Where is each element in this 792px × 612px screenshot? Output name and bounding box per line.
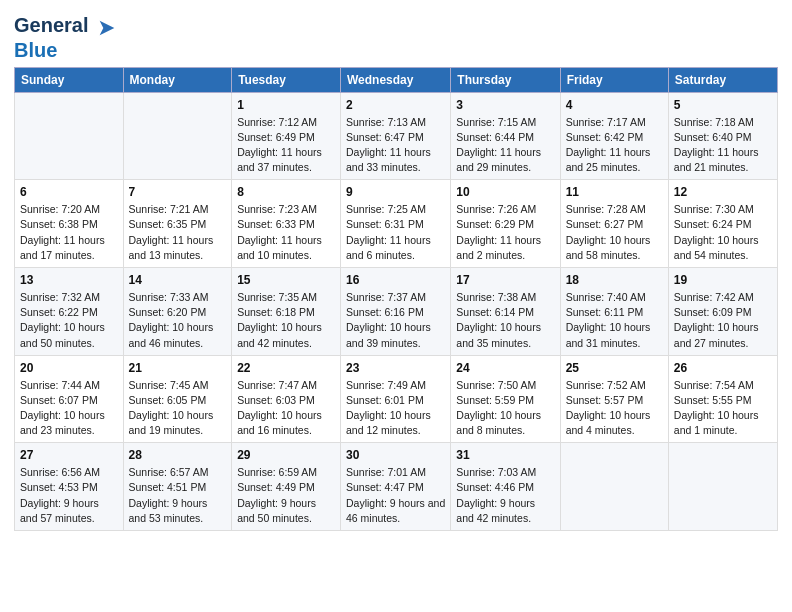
day-number: 15 <box>237 272 335 289</box>
calendar-week-row: 27Sunrise: 6:56 AM Sunset: 4:53 PM Dayli… <box>15 443 778 531</box>
day-number: 20 <box>20 360 118 377</box>
calendar-day-header: Sunday <box>15 67 124 92</box>
day-info: Sunrise: 7:50 AM Sunset: 5:59 PM Dayligh… <box>456 378 554 439</box>
calendar-cell: 19Sunrise: 7:42 AM Sunset: 6:09 PM Dayli… <box>668 268 777 356</box>
calendar-week-row: 6Sunrise: 7:20 AM Sunset: 6:38 PM Daylig… <box>15 180 778 268</box>
day-number: 7 <box>129 184 227 201</box>
calendar-cell: 28Sunrise: 6:57 AM Sunset: 4:51 PM Dayli… <box>123 443 232 531</box>
day-info: Sunrise: 7:15 AM Sunset: 6:44 PM Dayligh… <box>456 115 554 176</box>
calendar-cell <box>668 443 777 531</box>
day-number: 18 <box>566 272 663 289</box>
calendar-day-header: Saturday <box>668 67 777 92</box>
day-number: 21 <box>129 360 227 377</box>
day-number: 11 <box>566 184 663 201</box>
day-info: Sunrise: 7:30 AM Sunset: 6:24 PM Dayligh… <box>674 202 772 263</box>
day-number: 19 <box>674 272 772 289</box>
day-number: 28 <box>129 447 227 464</box>
day-number: 9 <box>346 184 445 201</box>
day-number: 13 <box>20 272 118 289</box>
day-info: Sunrise: 7:32 AM Sunset: 6:22 PM Dayligh… <box>20 290 118 351</box>
calendar-cell: 16Sunrise: 7:37 AM Sunset: 6:16 PM Dayli… <box>341 268 451 356</box>
calendar-day-header: Monday <box>123 67 232 92</box>
logo: General Blue <box>14 14 118 61</box>
calendar-cell: 12Sunrise: 7:30 AM Sunset: 6:24 PM Dayli… <box>668 180 777 268</box>
logo-icon <box>96 17 118 39</box>
day-number: 29 <box>237 447 335 464</box>
day-number: 5 <box>674 97 772 114</box>
day-number: 16 <box>346 272 445 289</box>
calendar-cell: 10Sunrise: 7:26 AM Sunset: 6:29 PM Dayli… <box>451 180 560 268</box>
calendar-cell: 8Sunrise: 7:23 AM Sunset: 6:33 PM Daylig… <box>232 180 341 268</box>
day-info: Sunrise: 7:13 AM Sunset: 6:47 PM Dayligh… <box>346 115 445 176</box>
calendar-table: SundayMondayTuesdayWednesdayThursdayFrid… <box>14 67 778 531</box>
calendar-cell: 3Sunrise: 7:15 AM Sunset: 6:44 PM Daylig… <box>451 92 560 180</box>
calendar-cell: 6Sunrise: 7:20 AM Sunset: 6:38 PM Daylig… <box>15 180 124 268</box>
calendar-day-header: Friday <box>560 67 668 92</box>
calendar-cell: 4Sunrise: 7:17 AM Sunset: 6:42 PM Daylig… <box>560 92 668 180</box>
day-info: Sunrise: 7:01 AM Sunset: 4:47 PM Dayligh… <box>346 465 445 526</box>
calendar-cell: 2Sunrise: 7:13 AM Sunset: 6:47 PM Daylig… <box>341 92 451 180</box>
day-info: Sunrise: 7:18 AM Sunset: 6:40 PM Dayligh… <box>674 115 772 176</box>
calendar-week-row: 20Sunrise: 7:44 AM Sunset: 6:07 PM Dayli… <box>15 355 778 443</box>
day-info: Sunrise: 7:42 AM Sunset: 6:09 PM Dayligh… <box>674 290 772 351</box>
svg-marker-0 <box>100 20 115 35</box>
day-info: Sunrise: 7:35 AM Sunset: 6:18 PM Dayligh… <box>237 290 335 351</box>
day-number: 25 <box>566 360 663 377</box>
day-number: 31 <box>456 447 554 464</box>
day-number: 24 <box>456 360 554 377</box>
logo-blue: Blue <box>14 39 57 61</box>
calendar-week-row: 13Sunrise: 7:32 AM Sunset: 6:22 PM Dayli… <box>15 268 778 356</box>
logo-general: General <box>14 14 88 36</box>
calendar-day-header: Tuesday <box>232 67 341 92</box>
calendar-cell: 31Sunrise: 7:03 AM Sunset: 4:46 PM Dayli… <box>451 443 560 531</box>
header: General Blue <box>14 10 778 61</box>
day-info: Sunrise: 7:38 AM Sunset: 6:14 PM Dayligh… <box>456 290 554 351</box>
day-info: Sunrise: 7:20 AM Sunset: 6:38 PM Dayligh… <box>20 202 118 263</box>
day-number: 26 <box>674 360 772 377</box>
day-number: 12 <box>674 184 772 201</box>
calendar-cell: 25Sunrise: 7:52 AM Sunset: 5:57 PM Dayli… <box>560 355 668 443</box>
day-number: 22 <box>237 360 335 377</box>
calendar-cell: 23Sunrise: 7:49 AM Sunset: 6:01 PM Dayli… <box>341 355 451 443</box>
calendar-header-row: SundayMondayTuesdayWednesdayThursdayFrid… <box>15 67 778 92</box>
calendar-cell: 26Sunrise: 7:54 AM Sunset: 5:55 PM Dayli… <box>668 355 777 443</box>
day-info: Sunrise: 7:44 AM Sunset: 6:07 PM Dayligh… <box>20 378 118 439</box>
day-number: 23 <box>346 360 445 377</box>
day-info: Sunrise: 6:59 AM Sunset: 4:49 PM Dayligh… <box>237 465 335 526</box>
calendar-cell: 22Sunrise: 7:47 AM Sunset: 6:03 PM Dayli… <box>232 355 341 443</box>
calendar-cell: 7Sunrise: 7:21 AM Sunset: 6:35 PM Daylig… <box>123 180 232 268</box>
day-info: Sunrise: 7:47 AM Sunset: 6:03 PM Dayligh… <box>237 378 335 439</box>
calendar-cell: 29Sunrise: 6:59 AM Sunset: 4:49 PM Dayli… <box>232 443 341 531</box>
day-info: Sunrise: 7:49 AM Sunset: 6:01 PM Dayligh… <box>346 378 445 439</box>
calendar-cell: 11Sunrise: 7:28 AM Sunset: 6:27 PM Dayli… <box>560 180 668 268</box>
calendar-cell: 9Sunrise: 7:25 AM Sunset: 6:31 PM Daylig… <box>341 180 451 268</box>
calendar-cell <box>15 92 124 180</box>
day-info: Sunrise: 6:56 AM Sunset: 4:53 PM Dayligh… <box>20 465 118 526</box>
day-info: Sunrise: 7:52 AM Sunset: 5:57 PM Dayligh… <box>566 378 663 439</box>
calendar-cell: 18Sunrise: 7:40 AM Sunset: 6:11 PM Dayli… <box>560 268 668 356</box>
day-number: 17 <box>456 272 554 289</box>
calendar-cell: 13Sunrise: 7:32 AM Sunset: 6:22 PM Dayli… <box>15 268 124 356</box>
calendar-cell: 24Sunrise: 7:50 AM Sunset: 5:59 PM Dayli… <box>451 355 560 443</box>
day-info: Sunrise: 7:37 AM Sunset: 6:16 PM Dayligh… <box>346 290 445 351</box>
day-info: Sunrise: 7:12 AM Sunset: 6:49 PM Dayligh… <box>237 115 335 176</box>
calendar-cell: 27Sunrise: 6:56 AM Sunset: 4:53 PM Dayli… <box>15 443 124 531</box>
day-info: Sunrise: 7:21 AM Sunset: 6:35 PM Dayligh… <box>129 202 227 263</box>
calendar-cell: 17Sunrise: 7:38 AM Sunset: 6:14 PM Dayli… <box>451 268 560 356</box>
calendar-cell: 15Sunrise: 7:35 AM Sunset: 6:18 PM Dayli… <box>232 268 341 356</box>
page: General Blue SundayMondayTuesdayWednesda… <box>0 0 792 612</box>
day-number: 4 <box>566 97 663 114</box>
day-info: Sunrise: 7:54 AM Sunset: 5:55 PM Dayligh… <box>674 378 772 439</box>
calendar-cell <box>560 443 668 531</box>
calendar-day-header: Thursday <box>451 67 560 92</box>
day-number: 3 <box>456 97 554 114</box>
day-info: Sunrise: 7:40 AM Sunset: 6:11 PM Dayligh… <box>566 290 663 351</box>
day-info: Sunrise: 7:17 AM Sunset: 6:42 PM Dayligh… <box>566 115 663 176</box>
calendar-week-row: 1Sunrise: 7:12 AM Sunset: 6:49 PM Daylig… <box>15 92 778 180</box>
day-number: 8 <box>237 184 335 201</box>
calendar-cell: 30Sunrise: 7:01 AM Sunset: 4:47 PM Dayli… <box>341 443 451 531</box>
day-info: Sunrise: 7:28 AM Sunset: 6:27 PM Dayligh… <box>566 202 663 263</box>
day-info: Sunrise: 7:45 AM Sunset: 6:05 PM Dayligh… <box>129 378 227 439</box>
day-number: 14 <box>129 272 227 289</box>
logo-text: General Blue <box>14 14 118 61</box>
